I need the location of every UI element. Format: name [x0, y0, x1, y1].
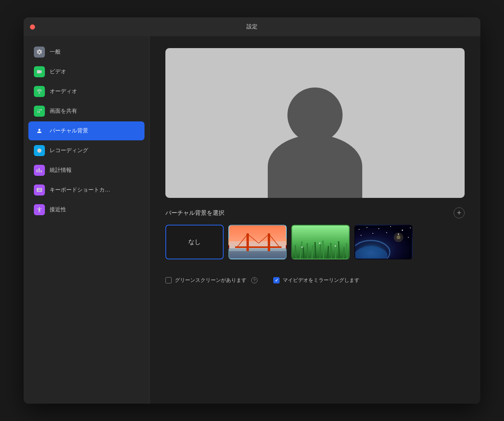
sidebar-label-keyboard: キーボードショートカ…	[50, 186, 110, 194]
avatar-placeholder	[268, 48, 362, 198]
maximize-button[interactable]	[46, 24, 52, 30]
bg-option-none[interactable]: なし	[165, 225, 224, 259]
svg-line-23	[339, 241, 339, 259]
mirror-checkbox[interactable]	[273, 277, 280, 283]
svg-point-0	[37, 149, 42, 153]
sidebar-item-keyboard[interactable]: キーボードショートカ…	[28, 181, 145, 199]
svg-point-40	[408, 237, 409, 238]
bg-none-label: なし	[188, 238, 201, 246]
svg-point-30	[359, 229, 359, 230]
bg-option-grass[interactable]	[291, 225, 350, 259]
svg-line-19	[323, 240, 324, 259]
stats-icon	[34, 165, 45, 176]
sidebar-label-general: 一般	[50, 48, 61, 56]
svg-point-37	[372, 233, 373, 234]
svg-point-38	[386, 232, 387, 233]
accessibility-icon	[34, 204, 45, 215]
minimize-button[interactable]	[38, 24, 43, 30]
sidebar-item-stats[interactable]: 統計情報	[28, 161, 145, 180]
help-icon[interactable]: ?	[251, 277, 258, 283]
svg-line-20	[328, 246, 328, 259]
bg-section-title: バーチャル背景を選択	[165, 209, 224, 217]
bg-section-header: バーチャル背景を選択 +	[165, 207, 465, 218]
bg-thumbnails: なし	[165, 225, 465, 259]
sidebar-label-video: ビデオ	[50, 68, 66, 75]
background-section: バーチャル背景を選択 + なし	[165, 207, 465, 259]
space-thumbnail-svg	[355, 225, 413, 259]
app-window: 設定 一般 ビデオ オーデ	[24, 17, 480, 404]
sidebar: 一般 ビデオ オーディオ 画面を共有	[24, 36, 150, 404]
keyboard-icon	[34, 184, 45, 196]
main-panel: バーチャル背景を選択 + なし	[150, 36, 480, 404]
svg-point-31	[367, 227, 367, 228]
green-screen-label: グリーンスクリーンがあります	[175, 277, 246, 284]
svg-line-12	[295, 245, 296, 259]
avatar-head	[287, 88, 343, 143]
bridge-thumbnail-svg	[229, 225, 287, 259]
svg-line-15	[307, 243, 308, 259]
checkbox-row: グリーンスクリーンがあります ? マイビデオをミラーリングします	[165, 269, 465, 284]
sidebar-item-recording[interactable]: レコーディング	[28, 141, 145, 160]
green-screen-checkbox-item[interactable]: グリーンスクリーンがあります ?	[165, 277, 258, 284]
bg-option-space[interactable]	[354, 225, 413, 259]
svg-line-22	[335, 245, 336, 259]
svg-line-17	[315, 242, 316, 259]
sidebar-label-stats: 統計情報	[50, 167, 72, 174]
green-screen-checkbox[interactable]	[165, 277, 172, 283]
sidebar-label-accessibility: 接近性	[50, 206, 66, 213]
sidebar-label-recording: レコーディング	[50, 147, 88, 154]
mirror-checkbox-item[interactable]: マイビデオをミラーリングします	[273, 277, 359, 284]
sidebar-item-virtual[interactable]: バーチャル背景	[28, 121, 145, 140]
mirror-label: マイビデオをミラーリングします	[283, 277, 359, 284]
svg-point-33	[390, 226, 391, 227]
sidebar-item-share[interactable]: 画面を共有	[28, 102, 145, 121]
avatar-body	[268, 135, 362, 198]
svg-line-24	[343, 247, 344, 259]
sidebar-label-virtual: バーチャル背景	[50, 127, 88, 134]
svg-point-34	[402, 230, 403, 231]
share-icon	[34, 106, 45, 117]
sidebar-item-accessibility[interactable]: 接近性	[28, 200, 145, 219]
camera-preview	[165, 48, 465, 198]
svg-rect-10	[235, 246, 282, 248]
sidebar-item-audio[interactable]: オーディオ	[28, 82, 145, 101]
svg-line-25	[346, 243, 347, 259]
svg-point-35	[410, 227, 411, 228]
recording-icon	[34, 145, 45, 156]
sidebar-item-video[interactable]: ビデオ	[28, 62, 145, 81]
svg-point-28	[335, 245, 336, 247]
svg-line-21	[331, 243, 332, 259]
grass-thumbnail-svg	[292, 225, 350, 259]
audio-icon	[34, 86, 45, 97]
general-icon	[34, 47, 45, 58]
svg-point-36	[361, 235, 361, 236]
sidebar-label-audio: オーディオ	[50, 88, 77, 95]
add-background-button[interactable]: +	[454, 207, 465, 218]
svg-rect-5	[268, 233, 270, 251]
titlebar: 設定	[24, 17, 480, 36]
close-button[interactable]	[30, 24, 35, 30]
svg-point-45	[397, 235, 400, 239]
svg-line-14	[303, 247, 304, 259]
svg-line-18	[320, 244, 321, 259]
svg-rect-4	[246, 233, 249, 251]
sidebar-item-general[interactable]: 一般	[28, 43, 145, 61]
svg-point-32	[378, 228, 379, 229]
svg-point-26	[301, 246, 303, 248]
traffic-lights	[30, 24, 52, 30]
content-area: 一般 ビデオ オーディオ 画面を共有	[24, 36, 480, 404]
bg-option-bridge[interactable]	[228, 225, 287, 259]
svg-point-27	[319, 242, 321, 244]
video-icon	[34, 66, 45, 77]
virtual-icon	[34, 125, 45, 136]
window-title: 設定	[246, 23, 258, 30]
sidebar-label-share: 画面を共有	[50, 108, 77, 115]
